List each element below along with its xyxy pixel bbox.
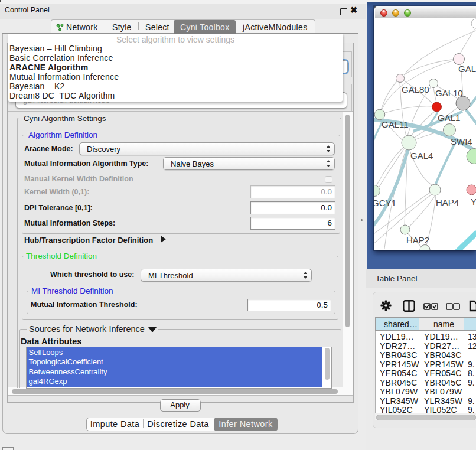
svg-text:GAL80: GAL80 [402,84,429,94]
svg-text:GAL11: GAL11 [382,119,409,129]
svg-text:GAL1: GAL1 [438,113,460,123]
svg-text:GAL4: GAL4 [410,151,433,161]
svg-text:HAP2: HAP2 [406,235,429,245]
svg-text:HAP4: HAP4 [436,197,459,207]
svg-text:GAL2: GAL2 [458,64,476,74]
svg-text:SWI4: SWI4 [451,136,472,146]
svg-text:GAL10: GAL10 [435,88,463,98]
svg-text:GCY1: GCY1 [374,198,396,208]
svg-text:YJ: YJ [471,197,476,207]
